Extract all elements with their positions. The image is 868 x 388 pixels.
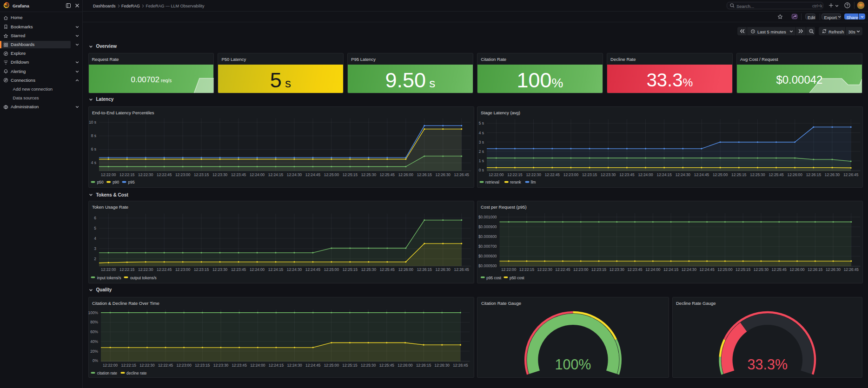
svg-text:12:23:45: 12:23:45 — [619, 172, 635, 177]
svg-text:40%: 40% — [90, 339, 98, 344]
svg-text:12:22:00: 12:22:00 — [101, 267, 116, 272]
svg-text:12:22:30: 12:22:30 — [526, 172, 541, 177]
svg-text:12:24:30: 12:24:30 — [287, 363, 302, 368]
svg-text:p50 cost: p50 cost — [510, 276, 524, 280]
svg-text:2 s: 2 s — [479, 149, 484, 154]
svg-text:$0.000900: $0.000900 — [478, 224, 497, 229]
svg-text:12:23:15: 12:23:15 — [195, 363, 210, 368]
svg-text:12:26:00: 12:26:00 — [789, 267, 805, 272]
svg-text:12:23:00: 12:23:00 — [573, 267, 589, 272]
svg-text:12:26:00: 12:26:00 — [398, 267, 414, 272]
svg-text:3: 3 — [94, 246, 96, 251]
svg-text:$0.000600: $0.000600 — [478, 254, 497, 258]
svg-text:60%: 60% — [90, 329, 98, 334]
svg-text:12:23:00: 12:23:00 — [175, 172, 191, 177]
svg-text:12:26:15: 12:26:15 — [808, 267, 823, 272]
svg-text:12:24:15: 12:24:15 — [657, 172, 672, 177]
svg-text:12:25:00: 12:25:00 — [324, 267, 339, 272]
svg-text:12:22:30: 12:22:30 — [138, 267, 153, 272]
svg-text:100%: 100% — [555, 356, 591, 372]
svg-text:12:23:00: 12:23:00 — [177, 363, 192, 368]
svg-text:12:22:45: 12:22:45 — [158, 363, 173, 368]
svg-text:12:23:15: 12:23:15 — [194, 172, 209, 177]
svg-text:decline rate: decline rate — [126, 371, 147, 375]
svg-text:12:23:45: 12:23:45 — [232, 363, 247, 368]
svg-text:12:22:45: 12:22:45 — [555, 267, 570, 272]
svg-text:12:24:45: 12:24:45 — [694, 172, 709, 177]
svg-text:12:22:15: 12:22:15 — [121, 363, 137, 368]
svg-text:12:22:45: 12:22:45 — [157, 267, 172, 272]
svg-text:p50: p50 — [97, 180, 104, 184]
svg-text:12:24:30: 12:24:30 — [682, 267, 697, 272]
svg-text:9.50 s: 9.50 s — [385, 68, 436, 92]
svg-text:12:26:15: 12:26:15 — [806, 172, 822, 177]
svg-text:12:25:30: 12:25:30 — [361, 363, 376, 368]
svg-text:12:25:30: 12:25:30 — [750, 172, 765, 177]
svg-text:20%: 20% — [90, 349, 98, 354]
svg-text:12:25:45: 12:25:45 — [380, 172, 395, 177]
svg-text:12:24:00: 12:24:00 — [638, 172, 653, 177]
svg-text:p95: p95 — [128, 180, 135, 184]
svg-text:12:26:45: 12:26:45 — [454, 172, 470, 177]
svg-text:input tokens/s: input tokens/s — [97, 276, 121, 280]
svg-text:6 s: 6 s — [91, 147, 96, 151]
svg-text:12:24:00: 12:24:00 — [250, 267, 265, 272]
svg-text:12:25:00: 12:25:00 — [713, 172, 728, 177]
svg-text:12:25:15: 12:25:15 — [735, 267, 751, 272]
svg-text:12:22:00: 12:22:00 — [501, 267, 517, 272]
svg-text:12:26:45: 12:26:45 — [844, 267, 859, 272]
svg-text:12:25:15: 12:25:15 — [731, 172, 747, 177]
svg-text:12:24:30: 12:24:30 — [287, 267, 302, 272]
svg-text:3 s: 3 s — [479, 140, 484, 145]
svg-text:12:24:30: 12:24:30 — [676, 172, 691, 177]
svg-text:5 s: 5 s — [270, 68, 291, 92]
svg-text:12:26:45: 12:26:45 — [454, 267, 470, 272]
svg-text:1 s: 1 s — [479, 158, 484, 163]
svg-text:12:25:45: 12:25:45 — [379, 363, 395, 368]
svg-text:retrieval: retrieval — [485, 180, 499, 184]
svg-text:citation rate: citation rate — [97, 371, 118, 375]
svg-text:0 s: 0 s — [479, 168, 484, 172]
svg-text:12:23:15: 12:23:15 — [591, 267, 607, 272]
svg-text:12:26:45: 12:26:45 — [453, 363, 468, 368]
svg-text:12:26:00: 12:26:00 — [788, 172, 803, 177]
svg-text:12:25:00: 12:25:00 — [324, 363, 339, 368]
svg-text:12:24:45: 12:24:45 — [305, 363, 321, 368]
svg-text:p95 cost: p95 cost — [486, 276, 501, 280]
svg-text:12:24:15: 12:24:15 — [269, 363, 284, 368]
svg-text:12:25:00: 12:25:00 — [324, 172, 339, 177]
svg-text:12:23:30: 12:23:30 — [213, 363, 229, 368]
svg-text:12:25:15: 12:25:15 — [343, 172, 358, 177]
svg-text:12:23:15: 12:23:15 — [582, 172, 597, 177]
svg-text:12:26:00: 12:26:00 — [398, 363, 413, 368]
svg-text:12:25:30: 12:25:30 — [361, 172, 377, 177]
svg-text:12:24:45: 12:24:45 — [305, 172, 321, 177]
svg-text:5 s: 5 s — [479, 121, 484, 125]
svg-text:$0.00042: $0.00042 — [776, 73, 822, 86]
svg-text:12:24:00: 12:24:00 — [250, 363, 265, 368]
svg-text:12:24:15: 12:24:15 — [268, 267, 284, 272]
svg-text:12:22:45: 12:22:45 — [545, 172, 560, 177]
svg-text:12:25:15: 12:25:15 — [342, 363, 358, 368]
svg-text:12:26:30: 12:26:30 — [825, 172, 840, 177]
svg-text:0.00702 req/s: 0.00702 req/s — [131, 75, 172, 84]
svg-text:p90: p90 — [113, 180, 119, 184]
svg-text:12:26:15: 12:26:15 — [417, 172, 432, 177]
svg-text:12:22:15: 12:22:15 — [119, 267, 135, 272]
svg-text:12:26:15: 12:26:15 — [416, 363, 431, 368]
svg-text:4: 4 — [94, 236, 96, 241]
svg-text:12:22:30: 12:22:30 — [139, 363, 155, 368]
svg-text:0%: 0% — [93, 358, 99, 363]
svg-text:4 s: 4 s — [479, 131, 484, 135]
svg-text:12:26:30: 12:26:30 — [826, 267, 841, 272]
svg-text:80%: 80% — [90, 320, 98, 324]
svg-text:12:22:15: 12:22:15 — [507, 172, 523, 177]
svg-text:12:24:00: 12:24:00 — [250, 172, 265, 177]
svg-text:12:23:30: 12:23:30 — [212, 172, 228, 177]
svg-text:$0.001000: $0.001000 — [478, 215, 497, 219]
svg-text:$0.000800: $0.000800 — [478, 234, 497, 239]
svg-text:33.3%: 33.3% — [647, 70, 693, 90]
svg-text:llm: llm — [531, 180, 536, 184]
svg-text:$0.000700: $0.000700 — [478, 244, 497, 249]
svg-text:12:22:15: 12:22:15 — [119, 172, 135, 177]
